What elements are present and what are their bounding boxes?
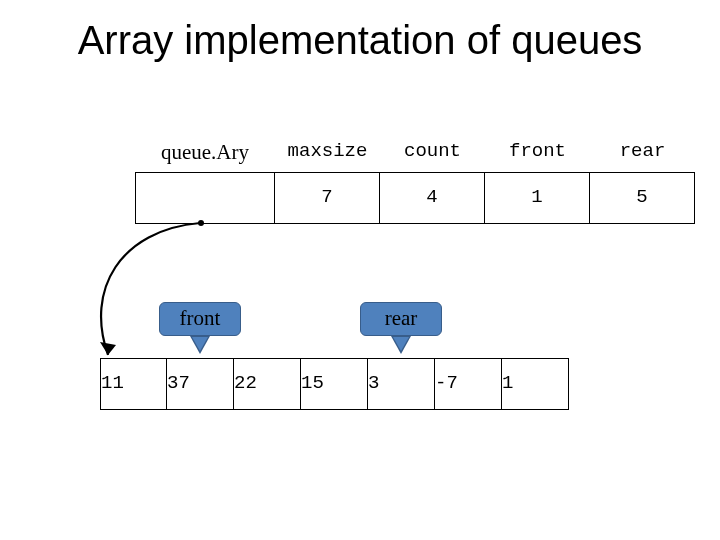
struct-cell-rear: 5 [590,172,695,224]
front-callout-arrow [190,336,210,354]
struct-header-row: queue.Ary maxsize count front rear [135,140,695,165]
array-cell-6: 1 [502,358,569,410]
rear-callout-arrow [391,336,411,354]
struct-col-count: count [380,140,485,165]
struct-col-queueary: queue.Ary [135,140,275,165]
array-cell-5: -7 [435,358,502,410]
rear-callout: rear [360,302,442,336]
slide: Array implementation of queues queue.Ary… [0,0,720,540]
struct-col-front: front [485,140,590,165]
array-row: 11 37 22 15 3 -7 1 [100,358,569,410]
slide-title: Array implementation of queues [0,18,720,63]
svg-marker-0 [100,342,116,355]
struct-cell-count: 4 [380,172,485,224]
array-cell-4: 3 [368,358,435,410]
queueary-pointer-arrow [70,170,270,390]
front-callout: front [159,302,241,336]
struct-col-rear: rear [590,140,695,165]
struct-col-maxsize: maxsize [275,140,380,165]
struct-cell-front: 1 [485,172,590,224]
array-cell-0: 11 [100,358,167,410]
array-cell-3: 15 [301,358,368,410]
array-cell-1: 37 [167,358,234,410]
struct-cell-maxsize: 7 [275,172,380,224]
array-cell-2: 22 [234,358,301,410]
